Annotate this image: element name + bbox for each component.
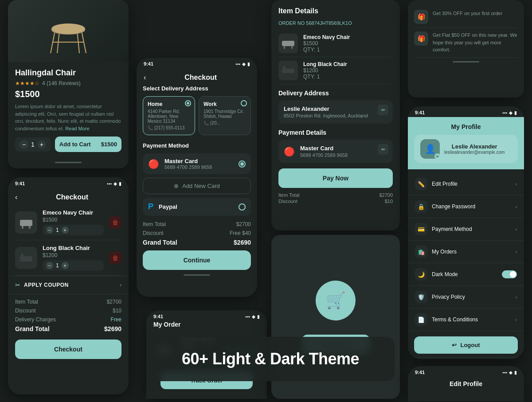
read-more-link[interactable]: Read More [65, 126, 89, 131]
quantity-control: − 1 + [15, 137, 51, 152]
dark-mode-toggle[interactable] [502, 270, 517, 278]
continue-button[interactable]: Continue [143, 250, 251, 270]
profile-card: 👤 ✏ Leslie Alexander lesliealexander@exa… [414, 135, 518, 163]
home-radio [185, 100, 191, 106]
paypal-option[interactable]: P Paypal [143, 198, 251, 216]
coupon-chevron-icon: › [120, 282, 121, 288]
edit-profile-status-bar: 9:41 ▪▪▪◈▮ [408, 366, 524, 377]
cart-items-list: Emeco Navy Chair $1500 − 1 + 🗑 [8, 205, 129, 276]
add-card-button[interactable]: ⊕ Add New Card [143, 178, 251, 194]
menu-label-privacy-policy: Privacy Policy [432, 294, 511, 300]
notifications-panel: 🎁 Get 30% OFF on your first order 🎁 Get … [408, 0, 524, 98]
mastercard-icon: 🔴 [148, 159, 159, 169]
checkout-totals: Item Total $2700 Discount Free $40 Grand… [143, 221, 251, 246]
qty-value: 1 [31, 141, 35, 148]
grand-total-row: Grand Total $2690 [15, 325, 121, 332]
back-button[interactable]: ‹ [15, 193, 17, 201]
checkout-detail-panel: 9:41 ▪▪▪◈▮ ‹ Checkout Select Delivery Ad… [137, 58, 257, 297]
delete-item-1-button[interactable]: 🗑 [109, 216, 121, 229]
checkout-title: Checkout [23, 193, 121, 201]
menu-item-privacy-policy[interactable]: 🛡️ Privacy Policy › [408, 286, 524, 308]
menu-item-change-password[interactable]: 🔒 Change Password › [408, 195, 524, 218]
cart-increase-2[interactable]: + [62, 262, 69, 269]
review-count: 4 (146 Reviews) [42, 80, 81, 86]
mastercard-option[interactable]: 🔴 Master Card 5689 4700 2589 9658 [143, 153, 251, 174]
payment-methods: 🔴 Master Card 5689 4700 2589 9658 ⊕ Add … [143, 153, 251, 216]
product-price: $1500 [15, 89, 121, 99]
svg-point-6 [51, 23, 85, 34]
plus-icon: ⊕ [174, 183, 179, 189]
profile-bottom-nav: 🏠 📷 ♡ 🔒 👤 Profile [408, 357, 524, 359]
banner-text: 60+ Light & Dark Theme [182, 350, 359, 368]
pay-now-button[interactable]: Pay Now [278, 168, 393, 188]
cart-item-image-1 [15, 211, 37, 234]
profile-title: My Profile [414, 123, 518, 130]
payment-section-label: Payment Method [143, 142, 251, 149]
menu-label-change-password: Change Password [432, 203, 511, 210]
checkout-detail-header: ‹ Checkout [137, 68, 257, 85]
discount-row: Discount $10 [15, 308, 121, 314]
menu-label-terms: Terms & Conditions [432, 316, 511, 323]
svg-rect-13 [21, 254, 23, 257]
menu-item-my-orders[interactable]: 🛍️ My Orders › [408, 241, 524, 263]
checkout-cart-panel: 9:41 ▪▪▪ ◈ ▮ ‹ Checkout Emeco Navy Chair… [8, 177, 129, 394]
product-name: Hallingdal Chair [15, 68, 121, 78]
privacy-policy-chevron-icon: › [516, 295, 517, 300]
edit-address-button[interactable]: ✏ [378, 105, 388, 115]
logout-button[interactable]: ↩ Logout [414, 336, 518, 354]
status-bar-2: 9:41 ▪▪▪◈▮ [137, 58, 257, 68]
svg-rect-8 [22, 226, 23, 229]
order-detail-title: Item Details [278, 7, 393, 15]
add-to-cart-button[interactable]: Add to Cart $1500 [55, 137, 121, 152]
profile-header: My Profile 👤 ✏ Leslie Alexander leslieal… [408, 117, 524, 169]
terms-icon: 📄 [415, 313, 427, 326]
increase-qty-button[interactable]: + [37, 140, 46, 149]
decrease-qty-button[interactable]: − [20, 140, 28, 149]
product-actions: − 1 + Add to Cart $1500 [15, 137, 121, 152]
product-image [8, 0, 129, 62]
paypal-radio [239, 203, 246, 211]
promo-banner: 60+ Light & Dark Theme [146, 337, 395, 381]
order-item-1: Emeco Navy Chair $1500 QTY: 1 [278, 30, 393, 57]
profile-avatar: 👤 ✏ [420, 139, 440, 159]
cart-increase-1[interactable]: + [62, 226, 69, 234]
cart-item-info-2: Long Black Chair $1200 − 1 + [43, 245, 104, 271]
menu-item-edit-profile[interactable]: ✏️ Edit Profile › [408, 173, 524, 195]
lock-icon: 🔒 [415, 200, 427, 213]
svg-rect-15 [284, 46, 285, 49]
back-button-2[interactable]: ‹ [144, 74, 146, 82]
item-total-row: Item Total $2700 [15, 299, 121, 305]
payment-details-title: Payment Details [278, 129, 393, 136]
edit-payment-button[interactable]: ✏ [378, 144, 388, 155]
profile-panel: 9:41 ▪▪▪◈▮ My Profile 👤 ✏ Leslie Alexand… [408, 106, 524, 359]
scroll-indicator-2 [184, 274, 210, 276]
work-address-card[interactable]: Work 1901 Thornridge Cir. Shiloh, Hawaii… [199, 96, 251, 135]
cart-item: Emeco Navy Chair $1500 − 1 + 🗑 [15, 205, 121, 240]
coupon-section[interactable]: ✂ APPLY COUPON › [8, 276, 129, 294]
delivery-row: Delivery Charges Free [15, 316, 121, 323]
menu-item-payment-method[interactable]: 💳 Payment Method › [408, 218, 524, 241]
change-password-chevron-icon: › [516, 204, 517, 209]
delete-item-2-button[interactable]: 🗑 [109, 252, 121, 264]
cart-item-qty-1: − 1 + [43, 225, 104, 235]
checkout-button[interactable]: Checkout [15, 340, 121, 359]
address-cards: Home 4140 Parker Rd. Allentown, New Mexi… [143, 96, 251, 135]
cart-item-qty-2: − 1 + [43, 260, 104, 271]
menu-label-my-orders: My Orders [432, 249, 511, 255]
svg-rect-20 [283, 66, 286, 70]
price-breakdown: Item Total $2700 Discount $10 Delivery C… [8, 294, 129, 340]
edit-profile-icon: ✏️ [415, 178, 427, 190]
logout-icon: ↩ [452, 342, 457, 348]
menu-item-dark-mode[interactable]: 🌙 Dark Mode [408, 263, 524, 286]
profile-email: lesliealexander@example.com [444, 150, 505, 155]
payment-method-chevron-icon: › [516, 227, 517, 232]
edit-profile-panel: 9:41 ▪▪▪◈▮ Edit Profile [408, 366, 524, 402]
cart-decrease-1[interactable]: − [46, 226, 53, 234]
cart-decrease-2[interactable]: − [46, 262, 53, 269]
menu-item-terms[interactable]: 📄 Terms & Conditions › [408, 308, 524, 331]
order-item-2: Long Black Chair $1200 QTY: 1 [278, 57, 393, 84]
notification-item-2: 🎁 Get Flat $50 OFF on this new year. We … [414, 28, 518, 58]
payment-detail-card: ✏ 🔴 Master Card 5689 4700 2589 9658 [278, 140, 393, 163]
home-address-card[interactable]: Home 4140 Parker Rd. Allentown, New Mexi… [143, 96, 195, 135]
svg-rect-9 [29, 226, 31, 229]
